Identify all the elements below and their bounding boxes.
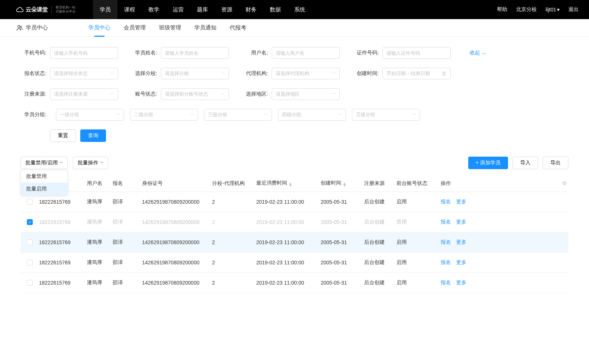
user-menu[interactable]: lijt01▾ [546, 7, 560, 13]
cell-ops: 报名更多 [441, 239, 568, 246]
add-student-button[interactable]: + 添加学员 [468, 157, 508, 169]
nav-item[interactable]: 系统 [288, 0, 312, 19]
group-select[interactable]: 一级分组﹀ [56, 109, 124, 121]
cell-branch: 2 [212, 219, 256, 225]
group-select[interactable]: 五级分组﹀ [352, 109, 420, 121]
more-link[interactable]: 更多 [456, 219, 466, 225]
enroll-link[interactable]: 报名 [441, 239, 451, 246]
username-label: 用户名: [242, 50, 268, 56]
cell-ops: 报名更多 [441, 219, 568, 225]
svg-point-1 [20, 26, 22, 28]
col-source[interactable]: 注册来源 [364, 180, 396, 187]
col-status[interactable]: 前台账号状态 [396, 180, 441, 187]
sub-nav-item[interactable]: 学员通知 [194, 19, 216, 37]
createtime-picker[interactable]: 开始日期 – 结束日期🗓 [382, 68, 451, 79]
table-row: ✓18222615769潘筠厚邵泽14262919870809200000220… [21, 212, 568, 232]
enroll-link[interactable]: 报名 [441, 199, 451, 205]
username-input[interactable] [272, 47, 340, 59]
regstatus-label: 报名状态: [21, 70, 46, 77]
caret-down-icon: ▾ [557, 7, 560, 13]
nav-item[interactable]: 财务 [239, 0, 263, 19]
import-button[interactable]: 导入 [512, 157, 538, 169]
row-checkbox[interactable] [27, 260, 33, 265]
toolbar: 批量禁用/启用﹀ 批量禁用 批量启用 批量操作﹀ + 添加学员 导入 导出 [0, 157, 589, 169]
bulk-toggle-button[interactable]: 批量禁用/启用﹀ [21, 157, 68, 169]
nav-items: 学员课程教学运营题库资源财务数据系统 [93, 0, 312, 19]
cell-phone: 18222615769 [39, 260, 87, 265]
agency-label: 代理机构: [242, 70, 268, 77]
enroll-link[interactable]: 报名 [441, 219, 451, 225]
calendar-icon: 🗓 [442, 71, 447, 76]
idno-input[interactable] [382, 47, 451, 59]
more-link[interactable]: 更多 [456, 279, 466, 286]
cell-status: 启用 [396, 239, 441, 246]
row-checkbox[interactable] [27, 280, 33, 286]
nav-item[interactable]: 题库 [190, 0, 215, 19]
sub-nav-item[interactable]: 班级管理 [159, 19, 181, 37]
nav-item[interactable]: 课程 [117, 0, 142, 19]
row-checkbox[interactable]: ✓ [27, 219, 33, 225]
acctstatus-select[interactable]: 请选择前台账号状态﹀ [161, 88, 229, 100]
help-link[interactable]: 帮助 [497, 6, 507, 13]
col-reg[interactable]: 报名 [113, 180, 142, 187]
cell-reg: 邵泽 [113, 239, 142, 246]
col-user[interactable]: 用户名 [87, 180, 113, 187]
nav-item[interactable]: 学员 [93, 0, 117, 19]
nav-item[interactable]: 资源 [215, 0, 239, 19]
nav-item[interactable]: 运营 [166, 0, 190, 19]
chevron-down-icon: ﹀ [332, 92, 336, 97]
cell-create: 2005-05-31 [321, 239, 364, 245]
more-link[interactable]: 更多 [456, 199, 466, 205]
sub-nav-item[interactable]: 代报考 [230, 19, 246, 37]
bulk-group: 批量禁用/启用﹀ 批量禁用 批量启用 批量操作﹀ [21, 157, 108, 169]
chevron-down-icon: ﹀ [264, 112, 268, 117]
row-checkbox[interactable] [27, 239, 33, 245]
nav-item[interactable]: 教学 [142, 0, 166, 19]
student-table: 用户名 报名 身份证号 分校-代理机构 最近消费时间▲▼ 创建时间▲▼ 注册来源… [0, 175, 589, 293]
enroll-link[interactable]: 报名 [441, 279, 451, 286]
bulk-enable-item[interactable]: 批量启用 [21, 183, 67, 195]
phone-input[interactable] [50, 47, 118, 59]
reset-button[interactable]: 重置 [50, 129, 76, 142]
branch-link[interactable]: 北京分校 [516, 6, 537, 13]
bulk-ops-button[interactable]: 批量操作﹀ [73, 157, 108, 169]
enroll-link[interactable]: 报名 [441, 259, 451, 266]
col-consume[interactable]: 最近消费时间▲▼ [256, 180, 321, 187]
logout-link[interactable]: 退出 [568, 6, 579, 13]
collapse-link[interactable]: 收起︿ [470, 50, 487, 56]
cell-create: 2005-05-31 [321, 199, 364, 205]
cell-user: 潘筠厚 [87, 279, 113, 286]
col-branch[interactable]: 分校-代理机构 [212, 180, 256, 187]
regstatus-select[interactable]: 请选择报名状态﹀ [50, 68, 118, 79]
export-button[interactable]: 导出 [543, 157, 568, 169]
sort-icon: ▲▼ [343, 182, 346, 187]
branch-select[interactable]: 请选择分校﹀ [161, 68, 229, 79]
col-create[interactable]: 创建时间▲▼ [321, 180, 364, 187]
cell-branch: 2 [212, 280, 256, 286]
more-link[interactable]: 更多 [456, 239, 466, 246]
gear-icon[interactable]: ⚙ [562, 180, 567, 187]
group-select[interactable]: 二级分组﹀ [130, 109, 198, 121]
name-input[interactable] [161, 47, 229, 59]
row-checkbox[interactable] [27, 199, 33, 205]
more-link[interactable]: 更多 [456, 259, 466, 266]
cell-id: 14262919870809200000 [142, 280, 212, 286]
logo-main: 云朵课堂 [16, 6, 48, 13]
bulk-disable-item[interactable]: 批量禁用 [21, 170, 67, 183]
search-button[interactable]: 查询 [80, 129, 106, 142]
sub-nav-item[interactable]: 学员中心 [88, 19, 110, 37]
filter-row-2: 报名状态:请选择报名状态﹀ 选择分校:请选择分校﹀ 代理机构:请选择代理机构﹀ … [21, 68, 568, 79]
chevron-down-icon: ﹀ [100, 160, 103, 165]
cell-status: 启用 [396, 259, 441, 266]
group-select[interactable]: 四级分组﹀ [278, 109, 346, 121]
group-select[interactable]: 三级分组﹀ [204, 109, 272, 121]
nav-item[interactable]: 数据 [263, 0, 288, 19]
regsource-select[interactable]: 请选择注册来源﹀ [50, 88, 118, 100]
table-row: 18222615769潘筠厚邵泽142629198708092000002201… [21, 192, 568, 212]
filter-row-1: 手机号码: 学员姓名: 用户名: 证件号码: 收起︿ [21, 47, 568, 59]
col-id[interactable]: 身份证号 [142, 180, 212, 187]
region-select[interactable]: 请选择地区﹀ [272, 88, 340, 100]
sub-nav-item[interactable]: 会员管理 [124, 19, 146, 37]
agency-select[interactable]: 请选择代理机构﹀ [272, 68, 340, 79]
chevron-down-icon: ﹀ [221, 92, 225, 97]
